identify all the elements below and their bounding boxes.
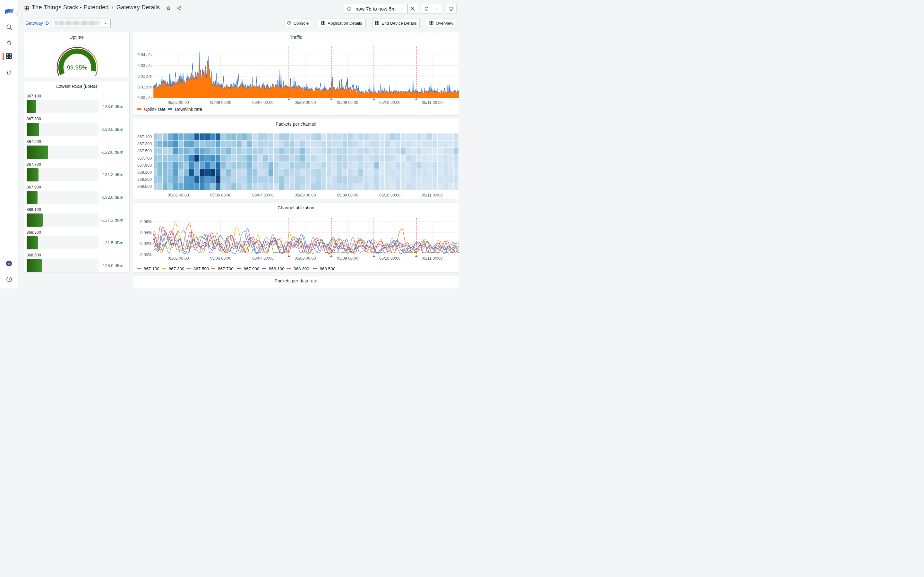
svg-text:05/09 00:00: 05/09 00:00 [337, 256, 358, 260]
svg-text:05/06 00:00: 05/06 00:00 [210, 100, 231, 105]
svg-text:05/05 00:00: 05/05 00:00 [168, 256, 189, 260]
svg-text:0.01 p/s: 0.01 p/s [137, 85, 152, 89]
svg-text:05/10 00:00: 05/10 00:00 [379, 100, 401, 105]
svg-text:05/07 00:00: 05/07 00:00 [252, 100, 273, 105]
svg-text:05/11 00:00: 05/11 00:00 [422, 193, 443, 197]
svg-text:05/06 00:00: 05/06 00:00 [210, 256, 231, 260]
svg-text:0.02%: 0.02% [140, 242, 152, 246]
svg-text:05/07 00:00: 05/07 00:00 [252, 256, 273, 260]
svg-text:868.100: 868.100 [137, 170, 152, 174]
svg-text:05/05 00:00: 05/05 00:00 [168, 100, 189, 105]
svg-text:0.04%: 0.04% [140, 230, 152, 235]
svg-text:867.300: 867.300 [137, 142, 152, 146]
svg-text:05/09 00:00: 05/09 00:00 [337, 100, 358, 105]
svg-text:?: ? [8, 277, 10, 281]
svg-text:05/10 00:00: 05/10 00:00 [379, 193, 401, 197]
svg-text:05/09 00:00: 05/09 00:00 [337, 193, 358, 197]
svg-text:05/08 00:00: 05/08 00:00 [294, 193, 316, 197]
svg-text:05/11 00:00: 05/11 00:00 [422, 100, 443, 105]
svg-text:0.00 p/s: 0.00 p/s [137, 95, 152, 100]
svg-text:868.500: 868.500 [137, 184, 152, 189]
svg-text:0.04 p/s: 0.04 p/s [137, 53, 152, 57]
svg-text:867.900: 867.900 [137, 163, 152, 167]
svg-text:0.02 p/s: 0.02 p/s [137, 74, 152, 79]
svg-text:867.500: 867.500 [137, 149, 152, 153]
svg-text:867.700: 867.700 [137, 156, 152, 160]
svg-text:05/08 00:00: 05/08 00:00 [294, 256, 316, 260]
svg-text:05/06 00:00: 05/06 00:00 [210, 193, 231, 197]
svg-text:0.00%: 0.00% [140, 252, 152, 257]
svg-text:867.100: 867.100 [137, 135, 152, 139]
svg-text:868.300: 868.300 [137, 177, 152, 182]
svg-text:05/11 00:00: 05/11 00:00 [422, 256, 443, 260]
svg-text:05/08 00:00: 05/08 00:00 [294, 100, 316, 105]
svg-text:05/07 00:00: 05/07 00:00 [252, 193, 273, 197]
svg-text:05/10 00:00: 05/10 00:00 [379, 256, 401, 260]
svg-text:0.03 p/s: 0.03 p/s [137, 63, 152, 68]
svg-text:05/05 00:00: 05/05 00:00 [168, 193, 189, 197]
svg-text:0.06%: 0.06% [140, 219, 152, 224]
